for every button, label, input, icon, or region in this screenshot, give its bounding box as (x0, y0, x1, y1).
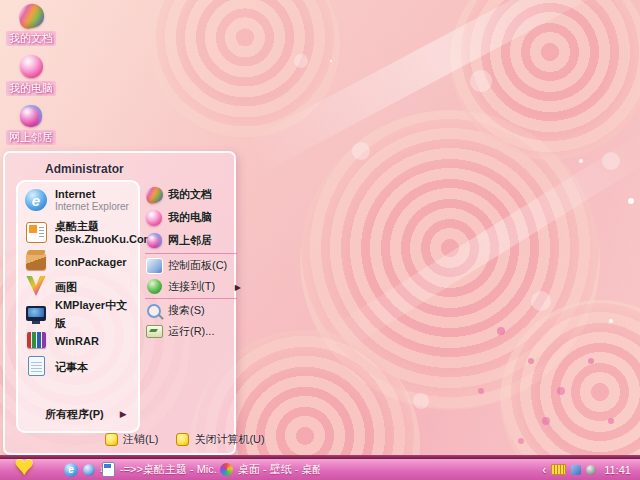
menu-separator (145, 253, 237, 254)
iconpackager-icon (26, 253, 46, 270)
turn-off-icon (176, 433, 189, 446)
ie-page-icon (102, 462, 115, 477)
messenger-tray-icon[interactable] (571, 465, 581, 475)
my-computer-icon (146, 210, 162, 226)
menu-item-label: 控制面板(C) (168, 258, 227, 273)
kmplayer-icon (26, 306, 46, 321)
menu-item-zhuoku-theme[interactable]: 桌酷主题 Desk.ZhuoKu.Com (23, 220, 136, 245)
volume-tray-icon[interactable] (586, 465, 596, 475)
run-icon (146, 325, 163, 338)
menu-separator (145, 298, 237, 299)
menu-item-kmplayer[interactable]: KMPlayer中文版 (23, 302, 136, 324)
turn-off-computer-button[interactable]: 关闭计算机(U) (176, 432, 264, 447)
menu-item-title: 画图 (55, 281, 77, 293)
all-programs-arrow-icon: ▶ (120, 409, 127, 419)
all-programs-label: 所有程序(P) (45, 407, 104, 422)
menu-item-label: 搜索(S) (168, 303, 205, 318)
zhuoku-theme-icon (26, 222, 47, 243)
menu-item-title: KMPlayer中文版 (55, 299, 127, 329)
start-menu-bottom-bar: 注销(L) 关闭计算机(U) (105, 432, 265, 447)
menu-item-connect-to[interactable]: 连接到(T) ▶ (145, 276, 237, 297)
taskbar-bar: ♥ e » -=>>桌酷主题 - Mic... 桌面 - 壁纸 - 桌酷壁...… (0, 459, 640, 480)
task-button-zhuoku-theme[interactable]: -=>>桌酷主题 - Mic... (98, 460, 222, 479)
control-panel-icon (146, 258, 163, 274)
start-menu: Administrator e Internet Internet Explor… (3, 151, 236, 455)
menu-item-internet[interactable]: e Internet Internet Explorer (23, 188, 136, 212)
my-computer-icon (20, 55, 43, 78)
desktop-icon-label: 我的电脑 (6, 81, 56, 96)
desktop-icon-label: 我的文档 (6, 31, 56, 46)
tray-clock[interactable]: 11:41 (604, 464, 631, 476)
droplets (500, 330, 502, 332)
menu-item-control-panel[interactable]: 控制面板(C) (145, 255, 237, 276)
menu-item-title: WinRAR (55, 335, 99, 347)
paint-icon (26, 276, 46, 296)
start-menu-user-name: Administrator (45, 162, 124, 176)
taskbar: ♥ e » -=>>桌酷主题 - Mic... 桌面 - 壁纸 - 桌酷壁...… (0, 455, 640, 480)
menu-item-label: 网上邻居 (168, 233, 212, 248)
menu-item-search[interactable]: 搜索(S) (145, 300, 237, 321)
internet-explorer-icon: e (25, 189, 47, 211)
my-documents-icon (144, 185, 164, 204)
menu-item-iconpackager[interactable]: IconPackager (23, 250, 136, 272)
task-button-wallpaper[interactable]: 桌面 - 壁纸 - 桌酷壁... (216, 460, 324, 479)
start-button[interactable]: ♥ (14, 453, 34, 480)
menu-item-title: IconPackager (55, 256, 127, 268)
desktop-screen: 我的文档 我的电脑 网上邻居 Administrator e Internet … (0, 0, 640, 480)
my-documents-icon (16, 2, 45, 31)
system-tray: ‹ 11:41 (542, 459, 640, 480)
menu-item-label: 运行(R)... (168, 324, 214, 339)
search-icon (147, 304, 161, 318)
desktop-icon-label: 网上邻居 (6, 130, 56, 145)
log-off-label: 注销(L) (123, 432, 158, 447)
menu-item-notepad[interactable]: 记事本 (23, 355, 136, 377)
notepad-icon (28, 356, 45, 376)
input-method-tray-icon[interactable] (551, 464, 566, 475)
tray-collapse-icon[interactable]: ‹ (542, 463, 546, 477)
menu-item-label: 我的文档 (168, 187, 212, 202)
menu-item-run[interactable]: 运行(R)... (145, 321, 237, 342)
desktop-icon-my-documents[interactable]: 我的文档 (0, 4, 62, 46)
quick-launch-ie-icon[interactable]: e (64, 463, 78, 477)
menu-item-network-places[interactable]: 网上邻居 (145, 229, 237, 252)
menu-item-my-computer[interactable]: 我的电脑 (145, 206, 237, 229)
network-places-icon (147, 233, 162, 248)
start-menu-left-panel: e Internet Internet Explorer 桌酷主题 Desk.Z… (16, 180, 140, 433)
log-off-button[interactable]: 注销(L) (105, 432, 158, 447)
sparkles (330, 60, 332, 62)
winrar-icon (27, 332, 46, 348)
desktop-icon-my-computer[interactable]: 我的电脑 (0, 55, 62, 96)
quick-launch-app-icon[interactable] (83, 464, 95, 476)
start-menu-right-panel: 我的文档 我的电脑 网上邻居 控制面板(C) 连接到(T) ▶ (145, 183, 237, 342)
network-places-icon (20, 105, 42, 127)
menu-item-my-documents[interactable]: 我的文档 (145, 183, 237, 206)
wallpaper-window-icon (220, 463, 233, 476)
desktop-icon-list: 我的文档 我的电脑 网上邻居 (0, 4, 62, 154)
bokeh (360, 150, 362, 152)
menu-item-title: 记事本 (55, 361, 88, 373)
desktop-icon-network-places[interactable]: 网上邻居 (0, 105, 62, 145)
menu-item-subtitle: Internet Explorer (55, 201, 155, 213)
log-off-icon (105, 433, 118, 446)
menu-item-label: 我的电脑 (168, 210, 212, 225)
submenu-arrow-icon: ▶ (235, 283, 241, 292)
menu-item-winrar[interactable]: WinRAR (23, 329, 136, 351)
task-button-label: 桌面 - 壁纸 - 桌酷壁... (238, 462, 320, 477)
menu-item-label: 连接到(T) (168, 279, 215, 294)
task-button-label: -=>>桌酷主题 - Mic... (120, 462, 218, 477)
all-programs-button[interactable]: 所有程序(P) ▶ (18, 403, 138, 425)
turn-off-label: 关闭计算机(U) (194, 432, 264, 447)
connect-to-icon (147, 279, 162, 294)
